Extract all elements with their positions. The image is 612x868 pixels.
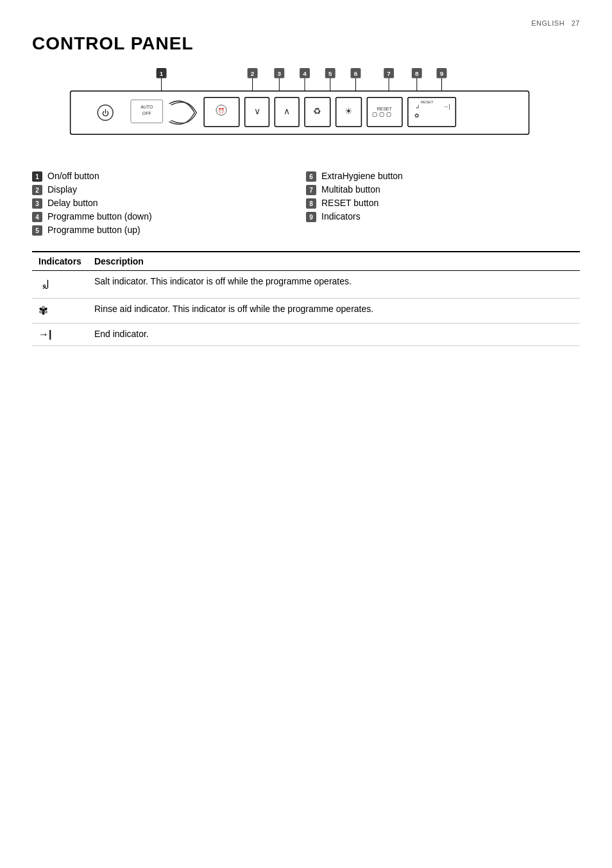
svg-rect-48 [387,112,391,116]
list-item: 6 ExtraHygiene button [306,171,580,182]
svg-text:RESET: RESET [421,100,434,104]
item-label-9: Indicators [321,211,361,221]
svg-text:2: 2 [251,70,255,77]
svg-text:⏻: ⏻ [102,109,109,117]
table-row: ✾ Rinse aid indicator. This indicator is… [32,299,580,324]
svg-text:OFF: OFF [142,111,151,116]
item-badge-5: 5 [32,225,42,236]
list-item: 8 RESET button [306,198,580,209]
item-badge-7: 7 [306,185,316,195]
list-item: 1 On/off button [32,171,306,182]
item-badge-1: 1 [32,171,42,182]
list-item: 9 Indicators [306,211,580,222]
svg-text:∨: ∨ [254,106,260,116]
svg-text:∧: ∧ [284,106,290,116]
page-number: 27 [572,19,580,27]
svg-text:♻: ♻ [313,106,321,116]
svg-text:AUTO: AUTO [140,105,153,109]
page-header: ENGLISH 27 [32,19,580,27]
language-label: ENGLISH [531,19,565,27]
list-item: 4 Programme button (down) [32,211,306,222]
svg-text:→|: →| [443,103,450,110]
svg-text:☀: ☀ [344,106,353,116]
svg-text:4: 4 [303,70,307,77]
svg-rect-46 [373,112,377,116]
svg-rect-44 [367,98,402,127]
indicators-table: Indicators Description ꒻ Salt indicator.… [32,251,580,346]
item-label-5: Programme button (up) [47,225,140,235]
control-panel-diagram: 1 2 3 4 5 6 7 8 9 [32,67,580,152]
item-badge-2: 2 [32,185,42,195]
salt-icon: ꒻ [32,271,88,299]
item-badge-4: 4 [32,212,42,222]
item-badge-9: 9 [306,212,316,222]
page-title: CONTROL PANEL [32,33,580,54]
list-item: 5 Programme button (up) [32,225,306,236]
svg-text:꒻: ꒻ [414,103,420,110]
rinse-icon: ✾ [32,299,88,324]
list-item: 3 Delay button [32,198,306,209]
svg-rect-47 [380,112,384,116]
end-description: End indicator. [88,324,580,346]
item-label-6: ExtraHygiene button [321,171,403,181]
svg-text:9: 9 [440,70,444,77]
svg-text:8: 8 [415,70,419,77]
svg-text:✿: ✿ [414,112,420,119]
item-label-8: RESET button [321,198,378,208]
svg-text:⏰: ⏰ [218,107,225,114]
svg-text:5: 5 [328,70,332,77]
svg-text:6: 6 [354,70,358,77]
svg-text:RESET: RESET [377,107,393,111]
svg-rect-27 [71,91,529,135]
table-header-description: Description [88,252,580,271]
svg-text:3: 3 [278,70,282,77]
item-label-2: Display [47,184,77,195]
item-badge-8: 8 [306,198,316,209]
item-badge-6: 6 [306,171,316,182]
table-header-indicators: Indicators [32,252,88,271]
svg-text:7: 7 [387,70,391,77]
svg-text:1: 1 [160,70,164,77]
item-label-7: Multitab button [321,184,380,195]
item-label-4: Programme button (down) [47,211,152,221]
salt-description: Salt indicator. This indicator is off wh… [88,271,580,299]
item-label-3: Delay button [47,198,98,208]
items-list: 1 On/off button 2 Display 3 Delay button… [32,171,580,238]
table-row: →| End indicator. [32,324,580,346]
end-icon: →| [32,324,88,346]
item-label-1: On/off button [47,171,99,181]
rinse-description: Rinse aid indicator. This indicator is o… [88,299,580,324]
table-row: ꒻ Salt indicator. This indicator is off … [32,271,580,299]
item-badge-3: 3 [32,198,42,209]
list-item: 2 Display [32,184,306,195]
list-item: 7 Multitab button [306,184,580,195]
